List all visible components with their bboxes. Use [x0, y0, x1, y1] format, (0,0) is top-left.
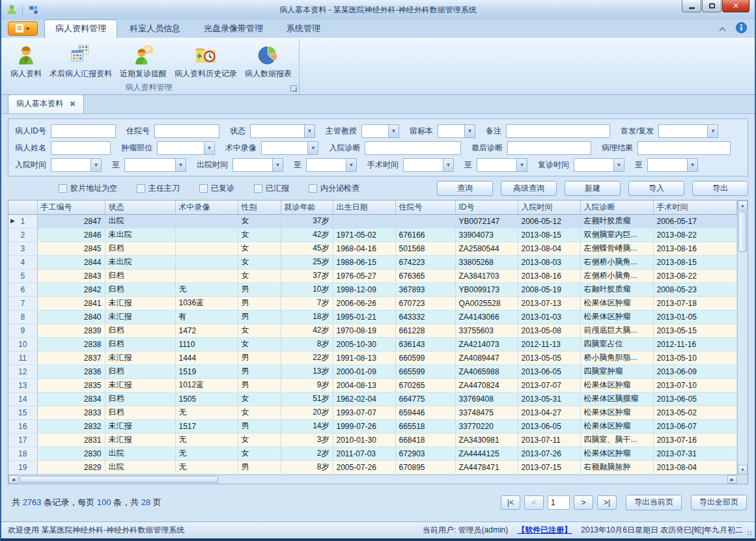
cell[interactable]: 2013-06-09	[653, 365, 737, 378]
cell[interactable]: 松果体区肿瘤	[580, 310, 653, 324]
table-row-1[interactable]: ▶12847出院女37岁YB00721472006-05-12左额叶胶质瘤200…	[8, 214, 737, 228]
cell[interactable]: 归档	[105, 406, 175, 419]
cell[interactable]: 2004-08-13	[333, 378, 395, 392]
chevron-down-icon[interactable]: ▼	[307, 142, 318, 154]
cell[interactable]: 33904073	[455, 228, 518, 242]
patient-data-button[interactable]: 病人资料	[7, 41, 46, 81]
table-row-13[interactable]: 132835未汇报1012蓝男9岁2004-08-13670265ZA44708…	[8, 378, 737, 392]
software-registered-link[interactable]: 【软件已注册】	[517, 525, 572, 536]
text-field-2-1[interactable]	[51, 141, 111, 155]
cell[interactable]: 2013-08-04	[518, 242, 580, 255]
cell[interactable]: 20岁	[281, 406, 333, 419]
cell[interactable]: 未汇报	[105, 378, 175, 392]
row-indicator[interactable]: 10	[8, 337, 37, 351]
cell[interactable]: 2844	[37, 255, 105, 269]
table-row-19[interactable]: 192829出院无男8岁2005-07-26670895ZA4478471201…	[8, 460, 737, 474]
cell[interactable]: 未汇报	[105, 351, 175, 365]
cell[interactable]	[333, 214, 395, 228]
cell[interactable]: 出院	[105, 214, 175, 228]
cell[interactable]: 2842	[37, 283, 105, 296]
cell[interactable]: ZA4214073	[455, 337, 518, 351]
cell[interactable]: 1968-04-16	[333, 242, 395, 255]
cell[interactable]	[175, 269, 238, 283]
page-number-input[interactable]	[548, 495, 570, 510]
cell[interactable]: ZA3841703	[455, 269, 518, 283]
combo-field-3-7[interactable]: ▼	[574, 158, 624, 172]
row-indicator[interactable]: 8	[8, 310, 37, 324]
column-header-1[interactable]	[8, 201, 37, 214]
postop-report-data-button[interactable]: 术后病人汇报资料	[46, 41, 116, 81]
cell[interactable]: 桥小脑角胆脂...	[580, 351, 653, 365]
cell[interactable]: 1998-12-09	[333, 283, 395, 296]
scroll-up-icon[interactable]: ▲	[738, 201, 748, 210]
chevron-down-icon[interactable]: ▼	[175, 159, 186, 171]
minimize-button[interactable]	[682, 0, 701, 12]
table-row-3[interactable]: 32845归档女45岁1968-04-16501568ZA25805442013…	[8, 242, 737, 255]
row-indicator[interactable]: 18	[8, 447, 37, 460]
table-row-7[interactable]: 72841未汇报1036蓝男7岁2006-06-26670723QA002552…	[8, 296, 737, 310]
cell[interactable]: ZA4444125	[455, 447, 518, 460]
cell[interactable]: 659446	[395, 406, 455, 419]
patient-history-button[interactable]: 病人资料历史记录	[171, 41, 241, 81]
cell[interactable]: 松果体区肿瘤	[580, 406, 653, 419]
cell[interactable]: 2岁	[281, 447, 333, 460]
table-row-18[interactable]: 182830出院无女2岁2011-07-03672903ZA4444125201…	[8, 447, 737, 460]
combo-field-3-8[interactable]: ▼	[647, 158, 698, 172]
cell[interactable]: 42岁	[281, 324, 333, 337]
cell[interactable]: 1999-07-26	[333, 419, 395, 433]
cell[interactable]: 左侧桥小脑角...	[580, 269, 653, 283]
cell[interactable]: 3岁	[281, 433, 333, 447]
horizontal-scroll-thumb[interactable]	[20, 476, 218, 483]
cell[interactable]: 1971-05-02	[333, 228, 395, 242]
cell[interactable]: 1517	[175, 419, 238, 433]
table-row-2[interactable]: 22846未出院女42岁1971-05-02676166339040732013…	[8, 228, 737, 242]
cell[interactable]: 未出院	[105, 228, 175, 242]
combo-field-1-5[interactable]: ▼	[438, 124, 475, 138]
cell[interactable]: 661228	[395, 324, 455, 337]
application-menu-button[interactable]	[8, 21, 38, 36]
cell[interactable]: 无	[175, 433, 238, 447]
cell[interactable]: 左侧蝶骨嵴脑...	[580, 242, 653, 255]
patient-data-report-button[interactable]: 病人数据报表	[241, 41, 296, 81]
cell[interactable]: 无	[175, 447, 238, 460]
cell[interactable]: 2845	[37, 242, 105, 255]
close-button[interactable]: ✕	[722, 0, 749, 12]
cell[interactable]: 670723	[395, 296, 455, 310]
collapse-ribbon-icon[interactable]	[718, 23, 727, 35]
cell[interactable]: 2013-07-15	[518, 460, 580, 474]
cell[interactable]: 33748475	[455, 406, 518, 419]
import-button[interactable]: 导入	[628, 181, 684, 196]
cell[interactable]: 10岁	[281, 283, 333, 296]
chevron-down-icon[interactable]: ▼	[388, 125, 399, 137]
dialog-launcher-icon[interactable]	[290, 85, 298, 92]
row-indicator[interactable]: 11	[8, 351, 37, 365]
column-header-12[interactable]: 手术时间	[653, 201, 737, 214]
cell[interactable]: 女	[238, 228, 281, 242]
cell[interactable]: 22岁	[281, 351, 333, 365]
scroll-left-icon[interactable]: ◀	[8, 475, 18, 484]
row-indicator[interactable]: 13	[8, 378, 37, 392]
ribbon-tab-disc-tape-management[interactable]: 光盘录像带管理	[193, 20, 274, 38]
cell[interactable]: 676166	[395, 228, 455, 242]
chevron-down-icon[interactable]: ▼	[346, 159, 356, 171]
cell[interactable]: ZA2580544	[455, 242, 518, 255]
row-indicator[interactable]: 5	[8, 269, 37, 283]
cell[interactable]: 1991-08-13	[333, 351, 395, 365]
cell[interactable]: 2005-10-30	[333, 337, 395, 351]
cell[interactable]: 2013-01-03	[518, 310, 580, 324]
row-indicator[interactable]: 16	[8, 419, 37, 433]
combo-field-3-1[interactable]: ▼	[51, 158, 102, 172]
cell[interactable]: 670265	[395, 378, 455, 392]
cell[interactable]: 1995-01-21	[333, 310, 395, 324]
cell[interactable]: 2013-04-27	[518, 406, 580, 419]
table-row-12[interactable]: 122836归档1519男13岁2000-01-09665599ZA406598…	[8, 365, 737, 378]
cell[interactable]: 2008-05-19	[518, 283, 580, 296]
cell[interactable]: 7岁	[281, 296, 333, 310]
cell[interactable]: 2838	[37, 337, 105, 351]
cell[interactable]: 2013-01-05	[653, 310, 737, 324]
cell[interactable]: 2013-05-31	[518, 392, 580, 406]
cell[interactable]: 2846	[37, 228, 105, 242]
text-field-2-4[interactable]	[365, 141, 461, 155]
new-button[interactable]: 新建	[565, 181, 621, 196]
chevron-down-icon[interactable]: ▼	[516, 159, 527, 171]
